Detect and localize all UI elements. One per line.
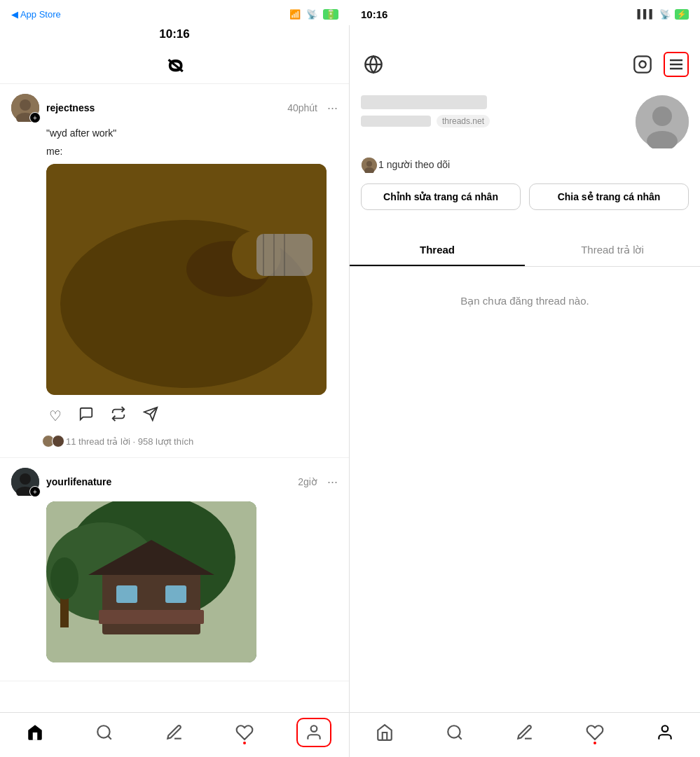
search-icon-right: [446, 723, 464, 742]
svg-point-30: [311, 725, 317, 732]
post-actions-1: ♡: [46, 403, 338, 428]
globe-button[interactable]: [361, 52, 386, 77]
comment-button-1[interactable]: [76, 403, 97, 428]
post-body-1: me:: [46, 146, 338, 157]
menu-icon: [668, 56, 685, 73]
repost-icon-1: [111, 406, 126, 422]
compose-icon-right: [516, 723, 534, 742]
profile-url-placeholder: [361, 116, 431, 127]
nav-compose-right[interactable]: [507, 718, 542, 747]
post-username-2: yourlifenature: [46, 476, 291, 487]
avatar-plus-btn[interactable]: +: [29, 112, 41, 123]
battery-icon-right: ⚡: [675, 9, 689, 20]
post-image-1: [46, 164, 338, 395]
svg-point-39: [652, 106, 672, 126]
nav-home-left[interactable]: [18, 718, 53, 747]
profile-section: threads.net: [350, 84, 700, 235]
follower-avatar: [361, 157, 376, 172]
comment-icon-1: [78, 406, 94, 422]
avatar-rejectness: +: [11, 94, 39, 122]
heart-icon-left: [235, 723, 254, 742]
person-icon-right: [656, 723, 674, 742]
followers-label: 1 người theo dõi: [378, 159, 450, 170]
profile-followers: 1 người theo dõi: [361, 157, 689, 172]
heart-icon-right: [586, 723, 604, 742]
svg-rect-27: [46, 501, 256, 662]
svg-point-44: [448, 725, 460, 737]
tab-reply[interactable]: Thread trả lời: [525, 235, 700, 266]
heart-dot-right: [593, 742, 596, 744]
nav-home-right[interactable]: [367, 718, 402, 747]
svg-rect-11: [46, 164, 327, 395]
post-time-1: 40phút: [287, 102, 317, 113]
nav-search-left[interactable]: [87, 718, 122, 747]
bottom-nav-left: [0, 712, 349, 757]
edit-profile-button[interactable]: Chỉnh sửa trang cá nhân: [361, 183, 521, 210]
post-1: + rejectness 40phút ··· "wyd after work"…: [0, 84, 349, 458]
threads-logo: ᴓ: [167, 51, 182, 78]
back-to-appstore[interactable]: ◀ App Store: [11, 9, 61, 20]
post-more-1[interactable]: ···: [327, 101, 338, 116]
post-caption-1: "wyd after work": [46, 127, 338, 139]
bottom-nav-right: [350, 712, 700, 757]
compose-icon-left: [165, 723, 184, 742]
signal-icon-left: 📶: [289, 9, 301, 20]
tab-thread[interactable]: Thread: [350, 235, 525, 266]
home-icon-right: [376, 723, 394, 742]
instagram-icon: [633, 55, 652, 74]
right-header: [350, 45, 700, 84]
stats-avatar-1b: [52, 435, 64, 447]
avatar-plus-btn-2[interactable]: +: [29, 486, 41, 497]
post-stats-1: 11 thread trả lời · 958 lượt thích: [42, 435, 338, 447]
nav-search-right[interactable]: [437, 718, 472, 747]
svg-point-42: [366, 161, 372, 167]
svg-point-46: [662, 725, 668, 732]
post-image-2: [46, 501, 338, 662]
heart-dot-left: [243, 742, 246, 744]
repost-button-1[interactable]: [108, 403, 129, 428]
nav-heart-left[interactable]: [227, 718, 262, 747]
post-more-2[interactable]: ···: [327, 475, 338, 489]
profile-tabs: Thread Thread trả lời: [350, 235, 700, 267]
home-icon-left: [26, 723, 44, 742]
svg-line-45: [458, 736, 462, 739]
profile-url-badge: threads.net: [437, 115, 490, 127]
wifi-icon-right: 📡: [659, 9, 671, 20]
svg-point-28: [98, 725, 110, 737]
post-2: + yourlifenature 2giờ ···: [0, 458, 349, 681]
nav-heart-right[interactable]: [577, 718, 612, 747]
nav-profile-left[interactable]: [296, 718, 331, 747]
share-icon-1: [143, 406, 158, 422]
status-time-left: 10:16: [159, 27, 189, 41]
globe-icon: [364, 55, 383, 74]
nav-compose-left[interactable]: [157, 718, 192, 747]
person-icon-left: [305, 723, 323, 742]
wifi-icon-left: 📡: [306, 9, 317, 20]
nav-profile-right[interactable]: [647, 718, 682, 747]
instagram-button[interactable]: [630, 52, 655, 77]
svg-rect-33: [634, 56, 650, 72]
status-time-right: 10:16: [361, 8, 387, 20]
post-username-1: rejectness: [46, 102, 280, 113]
profile-actions: Chỉnh sửa trang cá nhân Chia sẻ trang cá…: [361, 183, 689, 210]
share-button-1[interactable]: [140, 403, 161, 428]
svg-point-15: [20, 473, 31, 485]
menu-button[interactable]: [664, 52, 689, 77]
profile-username-placeholder: [361, 95, 487, 109]
avatar-yourlifenature: +: [11, 468, 39, 496]
svg-line-29: [108, 736, 111, 739]
left-header: ᴓ: [0, 45, 349, 84]
feed: + rejectness 40phút ··· "wyd after work"…: [0, 84, 349, 712]
battery-icon-left: 🔋: [323, 9, 338, 20]
search-icon-left: [95, 723, 114, 742]
share-profile-button[interactable]: Chia sẻ trang cá nhân: [529, 183, 689, 210]
like-button-1[interactable]: ♡: [46, 403, 64, 428]
svg-point-1: [20, 99, 31, 111]
post-time-2: 2giờ: [298, 476, 317, 487]
signal-icon-right: ▌▌▌: [637, 9, 655, 19]
empty-state: Bạn chưa đăng thread nào.: [350, 267, 700, 335]
profile-avatar-large: [636, 95, 689, 148]
